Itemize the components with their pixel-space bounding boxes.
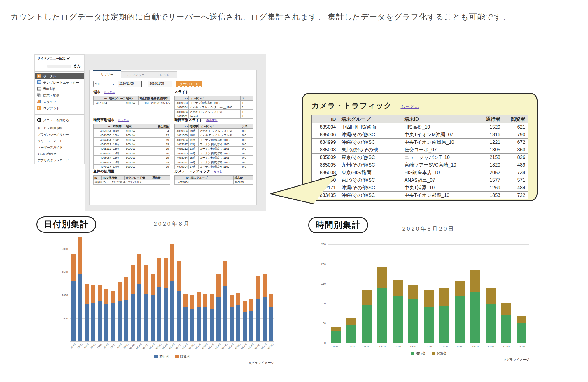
table-cell: コーナン初稿試写_1105 — [189, 101, 241, 105]
date-range-separator: ~ — [144, 83, 146, 86]
more-link[interactable]: もっと... — [104, 90, 115, 94]
table-cell: 0-0 — [241, 129, 253, 133]
x-tick-label: 8月5日 — [97, 343, 103, 349]
table-cell: 1820 — [480, 161, 503, 169]
callout-title: カメラ・トラフィック — [312, 101, 392, 111]
x-tick-label: 20:00 — [483, 345, 498, 348]
column-header: ID — [94, 124, 112, 129]
daily-summary-badge: 日付別集計 — [36, 216, 96, 233]
gridline — [328, 264, 529, 264]
download-button[interactable]: ダウンロード — [176, 81, 202, 87]
sidebar-item-logout[interactable]: ログアウト — [35, 105, 84, 111]
table-cell: 900UW — [125, 142, 148, 146]
tab-summary[interactable]: サマリー — [93, 70, 121, 78]
bar-segment — [230, 295, 234, 307]
column-header: 再生回数 — [148, 124, 170, 129]
sidebar-link-users-guide[interactable]: ユーザーズガイド — [35, 144, 84, 151]
table-cell: 4059654 — [94, 129, 112, 133]
sidebar-link-app-download[interactable]: アプリのダウンロード — [35, 157, 84, 164]
x-tick-label: 19:00 — [468, 345, 483, 348]
dashboard-area: サマリー トラフィック トレンド 今日 ▾ 2020/11/05 ~ 2020/… — [85, 54, 266, 211]
legend-swatch — [411, 352, 414, 355]
bar-segment — [439, 288, 449, 306]
sidebar-item-portal[interactable]: ポータル — [35, 73, 84, 79]
table-header-row: ID時間帯端末再生回数 — [94, 124, 170, 129]
table-cell: 東北/総代/その他 — [339, 146, 402, 154]
x-tick-label: 8月4日 — [90, 343, 96, 349]
table-cell: 11時 — [112, 138, 125, 142]
gridline — [328, 343, 529, 343]
x-tick-label: 8月27日 — [241, 343, 248, 350]
y-tick-label: 1500 — [54, 270, 68, 274]
column-header: コンテンツ — [189, 96, 241, 101]
bar-segment — [346, 325, 356, 343]
date-from-input[interactable]: 2020/11/05 — [118, 81, 142, 87]
table-cell: 沖縄/その他/SC — [339, 131, 402, 139]
table-cell: 835009 — [312, 154, 339, 161]
x-tick-label: 8月12日 — [142, 343, 149, 350]
bar-segment — [256, 299, 260, 341]
table-row: 4070654.900UW — [175, 180, 253, 184]
legend-item: 閲覧者 — [175, 354, 190, 359]
table-cell: 1269 — [480, 184, 503, 192]
column-header: 再生回数 — [139, 96, 150, 101]
sidebar-item-staff[interactable]: スタッフ — [35, 99, 84, 105]
sidebar-pin-label: サイドメニュー固定 — [37, 57, 65, 61]
filter-controls: 今日 ▾ 2020/11/05 ~ 2020/11/05 ダウンロード — [93, 81, 253, 87]
sidebar-link-release-notes[interactable]: リリース・ノート — [35, 138, 84, 144]
table-cell: 4070654 — [94, 164, 112, 169]
table-cell: 0 — [241, 101, 253, 105]
sidebar-item-devices[interactable]: 端末・配信 — [35, 92, 84, 99]
table-cell: コーナン初稿試写_1105 — [199, 160, 241, 164]
table-cell: 4 — [148, 129, 170, 133]
callout-more-link[interactable]: もっと... — [400, 104, 419, 110]
table-cell: 19 — [148, 155, 170, 160]
bar-segment — [85, 284, 89, 304]
table-cell: 0-0 — [241, 146, 253, 151]
shrink-link[interactable]: 縮小する — [206, 118, 217, 122]
panel-columns: 端末 もっと... ID端末グループ端末ID再生回数最終接続日時4070654.… — [93, 90, 253, 185]
table-cell: 4063817 — [94, 142, 112, 146]
staff-icon — [37, 99, 41, 104]
table-header-row: IDHDD使用量ダウンロード量通信量 — [94, 176, 170, 180]
sidebar-link-privacy[interactable]: プライバシーポリシー — [35, 132, 84, 138]
table-header-row: ID端末グループ端末ID通行者閲覧者 — [312, 115, 528, 123]
period-select[interactable]: 今日 ▾ — [93, 81, 116, 87]
date-to-input[interactable]: 2020/11/05 — [148, 81, 172, 87]
sidebar-item-template-editor[interactable]: テンプレートエディター — [35, 79, 84, 86]
bar-segment — [203, 307, 207, 341]
table-cell: 0 — [241, 110, 253, 114]
sidebar-link-terms[interactable]: サービス利用規約 — [35, 125, 84, 132]
table-row: 406665314時900UW20 — [94, 151, 170, 155]
film-icon — [37, 87, 41, 92]
table-cell: 4068084 — [175, 155, 189, 160]
table-row: 405965409時900UW4 — [94, 129, 170, 133]
section-title: 端末 — [93, 90, 100, 94]
sidebar-item-program[interactable]: 番組制作 — [35, 86, 84, 92]
x-tick-label: 8月3日 — [83, 343, 90, 349]
bar-segment — [78, 237, 82, 274]
pushpin-icon[interactable] — [67, 57, 70, 61]
sidebar-link-contact[interactable]: お問い合わせ — [35, 151, 84, 157]
table-cell: 4061050 — [94, 133, 112, 137]
table-cell: 10時 — [189, 133, 199, 137]
bar-segment — [517, 323, 526, 343]
more-link[interactable]: もっと... — [214, 170, 225, 174]
bar-segment — [170, 244, 174, 281]
table-cell: 1529 — [480, 123, 503, 131]
column-header: 通信量 — [151, 176, 170, 180]
tab-traffic[interactable]: トラフィック — [121, 71, 149, 78]
usage-table: IDHDD使用量ダウンロード量通信量使用量のデータは登録されていません — [93, 175, 170, 185]
table-cell: 中央Tイオン南風原_10 — [402, 139, 480, 146]
sidebar-item-close-menu[interactable]: メニューを閉じる — [35, 117, 84, 123]
more-link[interactable]: もっと... — [118, 118, 129, 122]
column-header: ID — [94, 96, 108, 101]
period-select-value: 今日 — [95, 82, 101, 86]
table-cell: 621 — [503, 123, 528, 131]
column-header: スラ — [241, 124, 253, 129]
tab-trend[interactable]: トレンド — [149, 71, 177, 78]
bar-segment — [197, 292, 201, 307]
table-cell: 沖縄/その他/SC — [339, 184, 402, 192]
x-tick-label: 8月11日 — [135, 343, 142, 350]
table-cell: 20 — [148, 151, 170, 155]
